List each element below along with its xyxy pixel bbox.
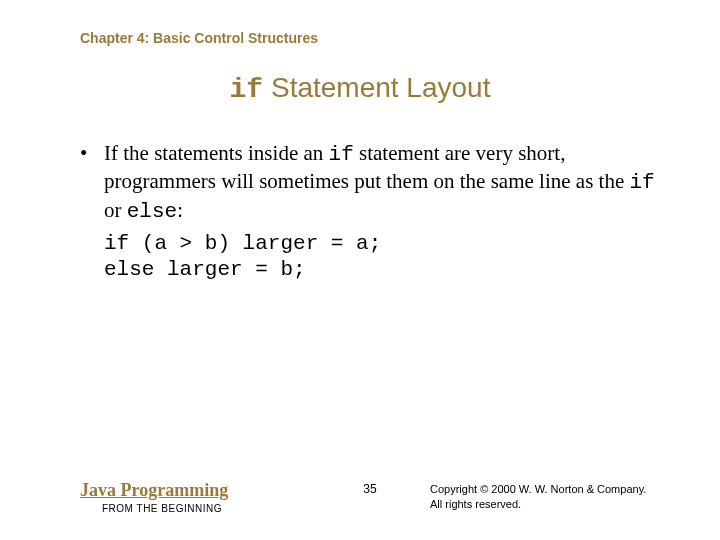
- book-title-sub: FROM THE BEGINNING: [102, 503, 340, 514]
- bullet-code: if: [629, 171, 654, 194]
- copyright-line: Copyright © 2000 W. W. Norton & Company.: [430, 483, 646, 495]
- slide-title: if Statement Layout: [0, 72, 720, 105]
- copyright: Copyright © 2000 W. W. Norton & Company.…: [400, 480, 680, 512]
- bullet-text: If the statements inside an if statement…: [104, 140, 660, 225]
- bullet-frag: :: [177, 198, 183, 222]
- title-code: if: [230, 74, 264, 105]
- book-title-main: Java Programming: [80, 480, 340, 501]
- bullet-item: • If the statements inside an if stateme…: [80, 140, 660, 225]
- bullet-frag: If the statements inside an: [104, 141, 329, 165]
- bullet-marker: •: [80, 140, 104, 225]
- page-number: 35: [340, 480, 400, 496]
- bullet-code: if: [329, 143, 354, 166]
- code-block: if (a > b) larger = a; else larger = b;: [104, 231, 660, 284]
- bullet-frag: or: [104, 198, 127, 222]
- copyright-line: All rights reserved.: [430, 498, 521, 510]
- body-content: • If the statements inside an if stateme…: [80, 140, 660, 283]
- book-title: Java Programming FROM THE BEGINNING: [80, 480, 340, 514]
- footer: Java Programming FROM THE BEGINNING 35 C…: [80, 480, 680, 514]
- title-text: Statement Layout: [263, 72, 490, 103]
- bullet-code: else: [127, 200, 177, 223]
- chapter-header: Chapter 4: Basic Control Structures: [80, 30, 318, 46]
